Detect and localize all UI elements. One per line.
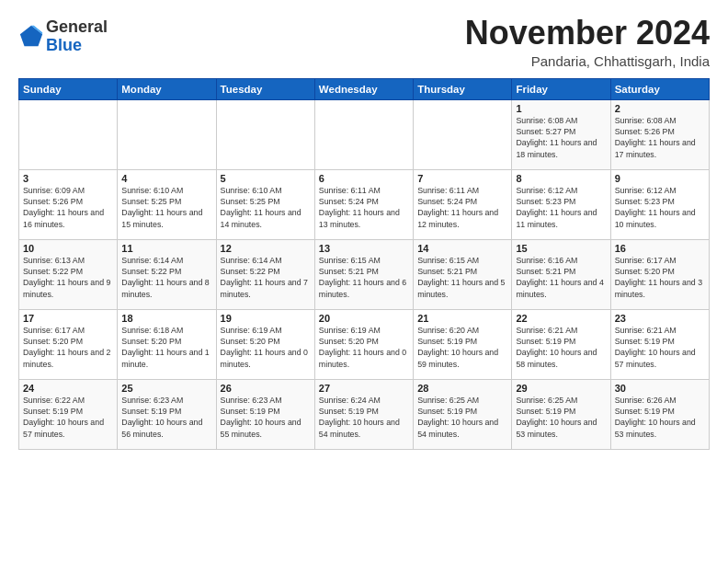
table-row: 9Sunrise: 6:12 AM Sunset: 5:23 PM Daylig… [610,169,709,239]
table-row: 7Sunrise: 6:11 AM Sunset: 5:24 PM Daylig… [414,169,512,239]
header-tuesday: Tuesday [216,78,314,99]
day-info: Sunrise: 6:11 AM Sunset: 5:24 PM Dayligh… [319,185,409,230]
logo-general: General [46,17,108,36]
logo: General Blue [18,18,108,55]
table-row: 30Sunrise: 6:26 AM Sunset: 5:19 PM Dayli… [610,379,709,449]
day-info: Sunrise: 6:14 AM Sunset: 5:22 PM Dayligh… [121,255,211,300]
day-info: Sunrise: 6:08 AM Sunset: 5:26 PM Dayligh… [615,115,705,160]
header: General Blue November 2024 Pandaria, Chh… [18,15,710,69]
day-number: 12 [221,243,311,254]
table-row: 15Sunrise: 6:16 AM Sunset: 5:21 PM Dayli… [512,239,610,309]
table-row: 22Sunrise: 6:21 AM Sunset: 5:19 PM Dayli… [512,309,610,379]
table-row: 17Sunrise: 6:17 AM Sunset: 5:20 PM Dayli… [19,309,118,379]
day-number: 22 [516,313,606,324]
day-info: Sunrise: 6:14 AM Sunset: 5:22 PM Dayligh… [221,255,311,300]
day-info: Sunrise: 6:24 AM Sunset: 5:19 PM Dayligh… [319,395,409,440]
table-row: 20Sunrise: 6:19 AM Sunset: 5:20 PM Dayli… [314,309,413,379]
table-row: 10Sunrise: 6:13 AM Sunset: 5:22 PM Dayli… [19,239,118,309]
table-row: 25Sunrise: 6:23 AM Sunset: 5:19 PM Dayli… [118,379,216,449]
table-row: 21Sunrise: 6:20 AM Sunset: 5:19 PM Dayli… [414,309,512,379]
day-info: Sunrise: 6:25 AM Sunset: 5:19 PM Dayligh… [417,395,507,440]
table-row: 5Sunrise: 6:10 AM Sunset: 5:25 PM Daylig… [216,169,314,239]
day-number: 1 [516,103,606,114]
day-number: 24 [23,383,113,394]
title-block: November 2024 Pandaria, Chhattisgarh, In… [465,15,710,69]
day-info: Sunrise: 6:12 AM Sunset: 5:23 PM Dayligh… [615,185,705,230]
day-number: 25 [121,383,211,394]
table-row: 29Sunrise: 6:25 AM Sunset: 5:19 PM Dayli… [512,379,610,449]
header-thursday: Thursday [414,78,512,99]
day-number: 14 [417,243,507,254]
day-info: Sunrise: 6:17 AM Sunset: 5:20 PM Dayligh… [615,255,705,300]
calendar-week-row: 10Sunrise: 6:13 AM Sunset: 5:22 PM Dayli… [19,239,710,309]
day-info: Sunrise: 6:18 AM Sunset: 5:20 PM Dayligh… [121,325,211,370]
table-row: 8Sunrise: 6:12 AM Sunset: 5:23 PM Daylig… [512,169,610,239]
day-number: 15 [516,243,606,254]
table-row: 28Sunrise: 6:25 AM Sunset: 5:19 PM Dayli… [414,379,512,449]
day-info: Sunrise: 6:25 AM Sunset: 5:19 PM Dayligh… [516,395,606,440]
day-number: 21 [417,313,507,324]
day-number: 4 [121,173,211,184]
day-info: Sunrise: 6:16 AM Sunset: 5:21 PM Dayligh… [516,255,606,300]
table-row: 1Sunrise: 6:08 AM Sunset: 5:27 PM Daylig… [512,99,610,169]
day-number: 9 [615,173,705,184]
header-wednesday: Wednesday [314,78,413,99]
table-row: 2Sunrise: 6:08 AM Sunset: 5:26 PM Daylig… [610,99,709,169]
day-number: 30 [615,383,705,394]
table-row: 14Sunrise: 6:15 AM Sunset: 5:21 PM Dayli… [414,239,512,309]
day-number: 11 [121,243,211,254]
table-row: 11Sunrise: 6:14 AM Sunset: 5:22 PM Dayli… [118,239,216,309]
day-number: 3 [23,173,113,184]
table-row: 27Sunrise: 6:24 AM Sunset: 5:19 PM Dayli… [314,379,413,449]
header-sunday: Sunday [19,78,118,99]
calendar-week-row: 24Sunrise: 6:22 AM Sunset: 5:19 PM Dayli… [19,379,710,449]
day-info: Sunrise: 6:09 AM Sunset: 5:26 PM Dayligh… [23,185,113,230]
table-row: 18Sunrise: 6:18 AM Sunset: 5:20 PM Dayli… [118,309,216,379]
day-number: 20 [319,313,409,324]
day-number: 16 [615,243,705,254]
table-row [414,99,512,169]
calendar-week-row: 1Sunrise: 6:08 AM Sunset: 5:27 PM Daylig… [19,99,710,169]
day-number: 5 [221,173,311,184]
day-number: 29 [516,383,606,394]
calendar-week-row: 3Sunrise: 6:09 AM Sunset: 5:26 PM Daylig… [19,169,710,239]
day-number: 18 [121,313,211,324]
table-row: 3Sunrise: 6:09 AM Sunset: 5:26 PM Daylig… [19,169,118,239]
logo-icon [18,24,44,50]
day-number: 8 [516,173,606,184]
day-number: 17 [23,313,113,324]
day-info: Sunrise: 6:12 AM Sunset: 5:23 PM Dayligh… [516,185,606,230]
header-friday: Friday [512,78,610,99]
table-row: 24Sunrise: 6:22 AM Sunset: 5:19 PM Dayli… [19,379,118,449]
day-number: 7 [417,173,507,184]
day-info: Sunrise: 6:10 AM Sunset: 5:25 PM Dayligh… [221,185,311,230]
page-container: General Blue November 2024 Pandaria, Chh… [0,0,728,459]
day-info: Sunrise: 6:23 AM Sunset: 5:19 PM Dayligh… [121,395,211,440]
table-row [118,99,216,169]
day-info: Sunrise: 6:20 AM Sunset: 5:19 PM Dayligh… [417,325,507,370]
day-info: Sunrise: 6:08 AM Sunset: 5:27 PM Dayligh… [516,115,606,160]
table-row: 6Sunrise: 6:11 AM Sunset: 5:24 PM Daylig… [314,169,413,239]
day-info: Sunrise: 6:22 AM Sunset: 5:19 PM Dayligh… [23,395,113,440]
header-saturday: Saturday [610,78,709,99]
day-number: 19 [221,313,311,324]
day-info: Sunrise: 6:13 AM Sunset: 5:22 PM Dayligh… [23,255,113,300]
table-row: 19Sunrise: 6:19 AM Sunset: 5:20 PM Dayli… [216,309,314,379]
table-row: 16Sunrise: 6:17 AM Sunset: 5:20 PM Dayli… [610,239,709,309]
day-number: 23 [615,313,705,324]
day-info: Sunrise: 6:23 AM Sunset: 5:19 PM Dayligh… [221,395,311,440]
day-info: Sunrise: 6:17 AM Sunset: 5:20 PM Dayligh… [23,325,113,370]
logo-text: General Blue [46,18,108,55]
day-info: Sunrise: 6:15 AM Sunset: 5:21 PM Dayligh… [319,255,409,300]
table-row: 26Sunrise: 6:23 AM Sunset: 5:19 PM Dayli… [216,379,314,449]
table-row: 4Sunrise: 6:10 AM Sunset: 5:25 PM Daylig… [118,169,216,239]
day-info: Sunrise: 6:21 AM Sunset: 5:19 PM Dayligh… [516,325,606,370]
day-number: 2 [615,103,705,114]
day-number: 13 [319,243,409,254]
table-row: 13Sunrise: 6:15 AM Sunset: 5:21 PM Dayli… [314,239,413,309]
table-row [19,99,118,169]
calendar-table: Sunday Monday Tuesday Wednesday Thursday… [18,78,710,450]
day-info: Sunrise: 6:10 AM Sunset: 5:25 PM Dayligh… [121,185,211,230]
day-number: 27 [319,383,409,394]
day-number: 6 [319,173,409,184]
